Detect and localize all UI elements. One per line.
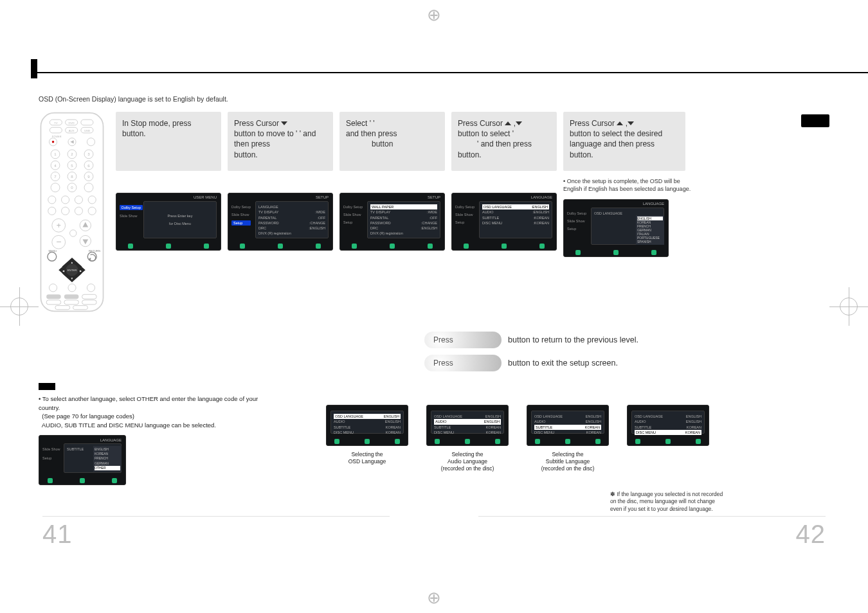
step-4-text-b: button to select ' (458, 129, 514, 138)
side-item: Dolby Setup (343, 205, 363, 209)
pane-cell: KOREAN (486, 430, 501, 435)
note-line: AUDIO, SUB TITLE and DISC MENU language … (42, 422, 216, 429)
svg-text:−: − (56, 236, 61, 247)
pane-cell: :OFF (429, 215, 437, 220)
pane-cell: KOREAN (687, 425, 701, 430)
menushot-title: LANGUAGE (643, 202, 664, 206)
side-item: Dolby Setup (231, 205, 251, 209)
pane-cell: :OFF (317, 215, 325, 220)
crop-mark-bottom: ⊕ (427, 588, 441, 608)
pane-cell: DISC MENU (334, 430, 354, 435)
page-number-right: 42 (796, 520, 826, 549)
hint-return-text: button to return to the previous level. (508, 335, 638, 344)
pane-cell: SUBTITLE (434, 425, 451, 430)
pane-cell: KOREAN (586, 430, 601, 435)
side-item: Setup (42, 456, 60, 461)
default-language-note: OSD (On-Screen Display) language is set … (39, 95, 829, 103)
step-5-text-c: button. (570, 150, 593, 159)
pane-cell: :WIDE (427, 209, 437, 215)
lang-option: KOREAN (95, 452, 120, 456)
step-1-text-b: button. (122, 129, 146, 138)
pane-cell: OSD LANGUAGE (635, 414, 663, 419)
pane-cell: OSD LANGUAGE (434, 414, 462, 419)
pane-cell: SUBTITLE (635, 425, 651, 430)
side-item: Setup (455, 220, 475, 224)
pane-cell: DIVX (R) registration (258, 231, 291, 236)
side-item: Setup (231, 220, 251, 226)
pane-cell: AUDIO (635, 419, 646, 424)
pane-cell: SUBTITLE (334, 425, 350, 430)
step-1-screenshot: USER MENU Dolby Setup Slide Show Press E… (116, 193, 221, 251)
pane-cell: :WIDE (315, 209, 325, 215)
step-2-screenshot: SETUP Dolby Setup Slide Show Setup LANGU… (228, 193, 333, 251)
crop-mark-mid-right (829, 287, 868, 326)
pane-cell: LANGUAGE (258, 204, 278, 209)
pane-cell: :CHANGE (309, 220, 325, 226)
pane-cell: DISC MENU (434, 430, 454, 435)
thumb-osd-lang: OSD LANGUAGEENGLISH AUDIOENGLISH SUBTITL… (326, 405, 408, 446)
pane-cell: DRC (258, 226, 266, 231)
lang-option: GERMAN (95, 461, 120, 466)
hint-exit-text: button to exit the setup screen. (508, 359, 618, 368)
note-tag (39, 383, 55, 390)
thumb-cap-line: Selecting the (351, 451, 383, 458)
svg-rect-73 (46, 294, 61, 299)
thumb-disc-menu-lang: OSD LANGUAGEENGLISH AUDIOENGLISH SUBTITL… (627, 405, 709, 446)
side-item: Slide Show (455, 213, 475, 217)
pane-cell: ENGLISH (586, 419, 601, 424)
thumb-cap-line: (recorded on the disc) (541, 465, 595, 472)
svg-rect-74 (64, 294, 79, 299)
header-accent-bar (31, 59, 37, 78)
pane-cell: KOREAN (585, 425, 600, 430)
pane-cell: DIVX (R) registration (370, 231, 403, 236)
page-number-left: 41 (42, 520, 73, 549)
svg-text:+: + (57, 221, 61, 230)
note-line: (See page 70 for language codes) (42, 413, 134, 420)
thumb-cap-line: Audio Language (448, 458, 487, 465)
pane-cell: ENGLISH (686, 414, 701, 419)
pane-cell: OSD LANGUAGE (335, 414, 363, 419)
pane-cell: :ENGLISH (531, 204, 548, 209)
pane-line: for Disc Menu (147, 221, 213, 226)
side-item: Setup (567, 227, 586, 231)
step-3-text-c: and then press (346, 129, 397, 138)
remote-control-illustration: TV DVD AUX USB POWER (39, 112, 105, 315)
step-1-text-a: In Stop mode, press (122, 119, 191, 128)
pane-cell: DISC MENU (636, 430, 656, 435)
pane-cell: SUBTITLE (536, 425, 552, 430)
side-item: Dolby Setup (567, 211, 586, 215)
pane-cell: :ENGLISH (532, 209, 549, 215)
step-5-screenshot: LANGUAGE Dolby Setup Slide Show Setup OS… (563, 199, 669, 257)
menushot-title: LANGUAGE (531, 195, 552, 199)
footer-rule-left (42, 516, 390, 517)
menushot-title: SETUP (428, 195, 440, 199)
hint-return: Press button to return to the previous l… (424, 332, 829, 348)
pane-cell: WALL PAPER (372, 204, 393, 209)
step-4-text-d: button. (458, 150, 482, 159)
cursor-down-icon (628, 121, 634, 125)
step-2-card: Press Cursor button to move to ' ' and t… (228, 112, 333, 171)
step-4-card: Press Cursor , button to select ' ' and … (451, 112, 557, 171)
step-5-text-b: button to select the desired language an… (570, 129, 662, 148)
pane-cell: TV DISPLAY (258, 209, 278, 215)
svg-text:DVD: DVD (69, 121, 75, 125)
step-3-text-a: Select ' (346, 119, 371, 128)
svg-text:AUX: AUX (69, 129, 75, 132)
pane-cell: DRC (370, 226, 378, 231)
pane-cell: AUDIO (334, 419, 345, 424)
pane-cell: :CHANGE (421, 220, 437, 226)
side-item: Slide Show (120, 214, 143, 218)
remote-svg: TV DVD AUX USB POWER (39, 112, 105, 312)
step-5-card: Press Cursor , button to select the desi… (563, 112, 685, 171)
pane-cell: SUBTITLE (482, 215, 499, 220)
pane-cell: AUDIO (482, 209, 493, 215)
pane-cell: AUDIO (435, 419, 446, 424)
pane-cell: AUDIO (534, 419, 545, 424)
side-item: Slide Show (343, 213, 363, 217)
pane-cell: OSD LANGUAGE (534, 414, 563, 419)
thumb-cap-line: (recorded on the disc) (441, 465, 494, 472)
pane-cell: PASSWORD (370, 220, 391, 226)
lang-option: ENGLISH (95, 447, 120, 452)
svg-text:▼: ▼ (71, 277, 73, 280)
step-5-postnote: • Once the setup is complete, the OSD wi… (563, 177, 692, 193)
